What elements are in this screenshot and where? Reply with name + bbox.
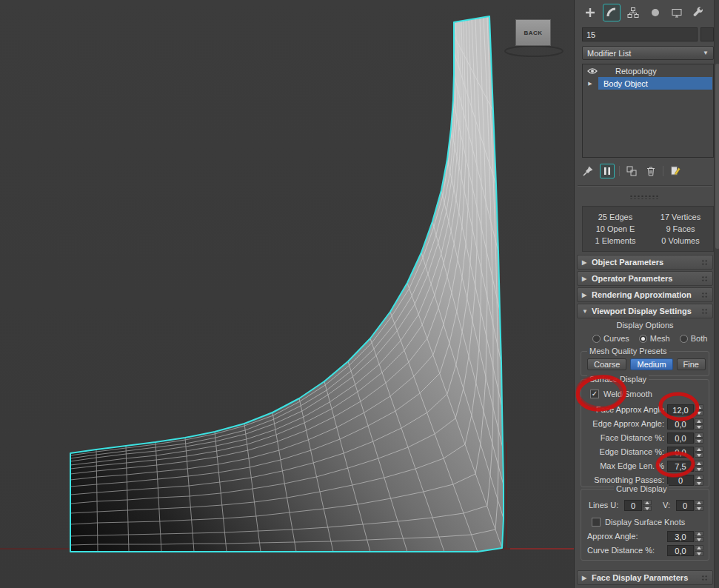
remove-modifier-icon[interactable] [643,164,658,178]
expander-arrow-icon[interactable]: ▶ [583,81,598,87]
object-color-swatch[interactable] [700,27,714,41]
rollout-face-display-parameters[interactable]: ▶ Face Display Parameters [577,570,713,585]
radio-circle-icon[interactable] [680,335,688,343]
radio-mesh[interactable]: Mesh [639,334,670,343]
display-options-label: Display Options [577,321,713,330]
retopology-mesh-canvas[interactable] [0,0,574,588]
pin-stack-icon[interactable] [581,164,595,178]
weld-smooth-checkbox[interactable]: ✓ Weld/Smooth [590,390,652,398]
viewport-3d[interactable]: BACK [0,0,574,588]
rollout-rendering-approximation[interactable]: ▶ Rendering Approximation [577,287,713,302]
edge-approx-angle-field[interactable]: 0,0 [667,418,694,430]
rollout-viewport-display-settings[interactable]: ▼ Viewport Display Settings [577,304,713,318]
tab-utilities[interactable] [689,4,707,21]
spinner-down-icon[interactable] [695,481,703,486]
spinner-down-icon[interactable] [695,410,703,415]
face-approx-angle-field[interactable]: 12,0 [667,404,694,415]
modifier-stack-toolbar [581,161,714,181]
surface-display-group: Surface Display ✓ Weld/Smooth Face Appro… [581,379,709,487]
spinner-up-icon[interactable] [695,545,703,550]
radio-curves[interactable]: Curves [592,334,629,343]
tab-display[interactable] [668,4,686,21]
fine-button[interactable]: Fine [677,358,706,370]
face-distance-field[interactable]: 0,0 [667,432,694,444]
object-name-field[interactable] [582,27,698,41]
stat-vertices: 17 Vertices [648,213,713,221]
modifier-list-dropdown[interactable]: Modifier List ▼ [582,46,714,60]
spinner-down-icon[interactable] [695,438,703,444]
display-surface-knots-checkbox[interactable]: Display Surface Knots [592,518,685,527]
spinner-up-icon[interactable] [695,461,703,466]
modifier-stack-item-label: Retopology [615,67,657,76]
spinner-up-icon[interactable] [643,500,652,505]
spinner-down-icon[interactable] [695,467,703,472]
spinner-up-icon[interactable] [695,418,703,424]
spinner-down-icon[interactable] [695,537,703,542]
collapsed-arrow-icon: ▶ [582,575,592,581]
tab-create[interactable] [581,4,599,21]
max-edge-len-field[interactable]: 7,5 [667,461,694,472]
spinner-label: Max Edge Len. % [581,461,664,470]
spinner-down-icon[interactable] [695,424,703,430]
stat-volumes: 0 Volumes [648,236,713,245]
panel-resize-grip[interactable] [629,195,659,199]
spinner-arrows[interactable] [695,404,703,415]
spinner-up-icon[interactable] [695,531,703,536]
spinner-up-icon[interactable] [695,447,703,452]
spinner-up-icon[interactable] [695,404,703,410]
spinner-down-icon[interactable] [695,452,703,458]
spinner-up-icon[interactable] [695,432,703,438]
tab-modify[interactable] [603,4,621,21]
spinner-down-icon[interactable] [643,506,652,511]
spinner-arrows[interactable] [695,545,703,556]
spinner-down-icon[interactable] [695,506,703,511]
lines-uv-row: Lines U: 0 V: 0 [581,500,709,512]
viewcube-face-back[interactable]: BACK [515,19,551,46]
checkbox-unchecked-icon[interactable] [592,518,601,527]
checkbox-label: Weld/Smooth [603,390,652,398]
modifier-stack-list[interactable]: Retopology ▶ Body Object [582,64,714,158]
viewcube[interactable]: BACK [502,18,566,61]
rollout-grip-icon [701,275,708,282]
make-unique-icon[interactable] [624,164,639,178]
configure-modifier-sets-icon[interactable] [668,164,683,178]
visibility-eye-icon[interactable] [583,67,602,75]
scrollbar-thumb[interactable] [715,64,719,249]
tab-hierarchy[interactable] [624,4,642,21]
rollout-operator-parameters[interactable]: ▶ Operator Parameters [577,271,713,286]
spinner-arrows[interactable] [695,447,703,458]
tab-motion[interactable] [646,4,664,21]
panel-scrollbar[interactable] [714,0,719,588]
spinner-arrows[interactable] [695,432,703,444]
coarse-button[interactable]: Coarse [587,358,626,370]
spinner-arrows[interactable] [695,418,703,430]
spinner-up-icon[interactable] [695,500,703,505]
spinner-arrows[interactable] [643,500,652,511]
radio-circle-icon[interactable] [592,335,601,343]
utilities-icon [692,7,704,19]
checkbox-checked-icon[interactable]: ✓ [590,390,599,398]
rollout-object-parameters[interactable]: ▶ Object Parameters [577,255,713,270]
modifier-stack-item-retopology[interactable]: Retopology [583,64,713,77]
chevron-down-icon: ▼ [703,50,709,56]
lines-v-field[interactable]: 0 [676,500,694,511]
smoothing-passes-field[interactable]: 0 [667,475,694,486]
spinner-arrows[interactable] [695,461,703,472]
edge-distance-field[interactable]: 0,0 [667,447,694,458]
lines-u-label: Lines U: [589,501,618,510]
lines-u-field[interactable]: 0 [624,500,642,511]
spinner-up-icon[interactable] [695,475,703,480]
show-end-result-icon[interactable] [600,164,615,178]
radio-both[interactable]: Both [680,334,708,343]
curve-distance-field[interactable]: 0,0 [667,545,694,556]
approx-angle-field[interactable]: 3,0 [667,531,694,542]
spinner-arrows[interactable] [695,475,703,486]
spinner-arrows[interactable] [695,531,703,542]
spinner-label: Smoothing Passes: [581,475,664,484]
spinner-arrows[interactable] [695,500,703,511]
spinner-down-icon[interactable] [695,551,703,556]
modifier-stack-item-label-selected[interactable]: Body Object [598,77,712,90]
medium-button[interactable]: Medium [630,358,672,370]
modifier-stack-item-body-object[interactable]: ▶ Body Object [583,77,713,90]
radio-circle-icon[interactable] [639,335,647,343]
